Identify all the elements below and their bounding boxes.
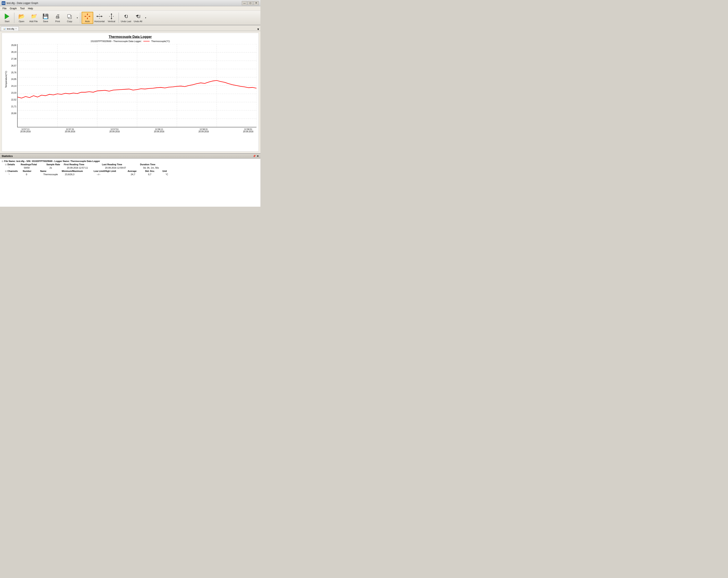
channels-expand-icon[interactable]: ⊟ [5,170,7,172]
limits-header: Low Limit/High Limit [94,170,127,172]
svg-marker-5 [87,18,88,20]
toolbar-separator-2 [80,12,80,23]
tab-close-button[interactable]: × [15,28,17,30]
x-tick-2: 12:57:51 20.09.2016 [106,128,123,133]
tab-bar-end: ▼ [19,28,260,31]
menu-tool[interactable]: Tool [19,6,26,10]
horizontal-button[interactable]: Horizontal [94,12,105,24]
copy-button[interactable]: Copy [64,12,75,24]
tree-expand-icon[interactable]: ⊟ [2,160,3,162]
add-file-button[interactable]: 📁 ↑ Add File [28,12,40,24]
first-reading-value: 20.09.2016 12:57:11 [67,166,104,169]
number-header: Number [23,170,40,172]
sample-rate-header: Sample Rate [46,163,63,166]
panel-title: Statistics [2,155,12,158]
limits-value: --/-- [97,173,130,176]
y-tick-3: 26,57 [11,64,16,67]
file-info-text: File Name: test.dlg - S/N: 151020TPT0029… [4,160,100,162]
y-tick-7: 23,33 [11,92,16,94]
tab-bar: 📊 test.dlg × ▼ [0,25,260,31]
svg-marker-3 [87,13,88,15]
panel-content: ⊟ File Name: test.dlg - S/N: 151020TPT00… [0,159,260,207]
details-data-row: └ 59/59 2s 20.09.2016 12:57:11 20.09.201… [8,166,259,169]
last-reading-value: 20.09.2016 12:59:07 [105,166,142,169]
details-expand-icon[interactable]: ⊟ [5,163,7,166]
details-row: ⊟ Details Readings/Total Sample Rate Fir… [5,163,259,166]
toolbar: Start 📂 Open 📁 ↑ Add File 💾 Save 🖨 Print… [0,11,260,25]
toolbar-separator-1 [14,12,15,23]
app-icon: DG [2,1,5,5]
panel-close-button[interactable]: ✕ [257,155,259,158]
svg-marker-17 [111,13,112,15]
undo-last-button[interactable]: Undo Last [120,12,132,24]
first-reading-header: First Reading Time [64,163,101,166]
details-label: Details [7,163,20,166]
copy-dropdown[interactable]: ▼ [76,12,79,24]
panel-header-right: 📌 ✕ [253,155,259,158]
chart-plot-area: 12:57:11 20.09.2016 12:57:31 20.09.2016 … [17,44,257,114]
average-value: 24,7 [131,173,147,176]
play-icon [4,13,10,20]
x-tick-0: 12:57:11 20.09.2016 [17,128,34,133]
restore-button[interactable]: ◻ [248,1,253,5]
chart-svg [18,44,257,127]
details-child-icon: └ [8,167,10,169]
last-reading-header: Last Reading Time [102,163,139,166]
y-tick-1: 28,19 [11,51,16,53]
channels-data-row: └ 0 Thermocouple 23,6/26,3 --/-- 24,7 0,… [8,173,259,176]
y-axis-label: Temperature(°C) [4,44,8,114]
name-value: Thermocouple [43,173,64,176]
title-bar: DG test.dlg - Data Logger Graph — ◻ ✕ [0,0,260,6]
tab-overflow-icon[interactable]: ▼ [257,28,260,31]
stddev-value: 0,7 [148,173,165,176]
menu-graph[interactable]: Graph [8,6,18,10]
undo-all-dropdown[interactable]: ▼ [144,12,147,24]
svg-marker-16 [111,18,112,20]
vertical-button[interactable]: Vertical [106,12,117,24]
stddev-header: Std. Dev. [145,170,162,172]
copy-icon [66,13,73,20]
legend-line [144,41,150,42]
panel-pin-button[interactable]: 📌 [253,155,256,158]
chart-plot[interactable] [17,44,257,127]
title-bar-controls: — ◻ ✕ [242,1,259,5]
y-tick-0: 29,00 [11,44,16,46]
undo-last-icon [123,13,129,20]
close-button[interactable]: ✕ [253,1,259,5]
toolbar-separator-3 [119,12,119,23]
file-tab[interactable]: 📊 test.dlg × [1,26,19,31]
minmax-header: Minimum/Maximum [62,170,93,172]
readings-value: 59/59 [24,166,49,169]
number-value: 0 [26,173,43,176]
start-button[interactable]: Start [1,12,13,24]
window-title: test.dlg - Data Logger Graph [7,2,38,4]
title-bar-left: DG test.dlg - Data Logger Graph [2,1,38,5]
undo-all-button[interactable]: Undo All [132,12,144,24]
x-tick-4: 12:58:31 20.09.2016 [196,128,212,133]
x-tick-3: 12:58:11 20.09.2016 [151,128,167,133]
channels-section: ⊟ Channels Number Name Minimum/Maximum L… [5,170,259,176]
menu-bar: File Graph Tool Help [0,6,260,11]
auto-icon [84,13,91,20]
horizontal-icon [96,13,103,20]
readings-header: Readings/Total [21,163,46,166]
average-header: Average [128,170,144,172]
tab-file-icon: 📊 [3,28,6,30]
y-tick-2: 27,38 [11,58,16,60]
x-tick-1: 12:57:31 20.09.2016 [62,128,78,133]
open-button[interactable]: 📂 Open [16,12,27,24]
duration-header: Duration Time [140,163,155,166]
chart-container: Temperature(°C) 29,00 28,19 27,38 26,57 … [4,44,257,114]
minimize-button[interactable]: — [242,1,247,5]
sample-rate-value: 2s [50,166,66,169]
details-section: ⊟ Details Readings/Total Sample Rate Fir… [5,163,259,169]
channels-label: Channels [7,170,22,172]
vertical-icon [108,13,115,20]
add-folder-icon: 📁 ↑ [30,13,37,20]
menu-file[interactable]: File [1,6,8,10]
save-button[interactable]: 💾 Save [40,12,51,24]
print-button[interactable]: 🖨 Print [52,12,63,24]
auto-button[interactable]: Auto [82,12,93,24]
svg-rect-1 [68,15,71,18]
menu-help[interactable]: Help [26,6,35,10]
